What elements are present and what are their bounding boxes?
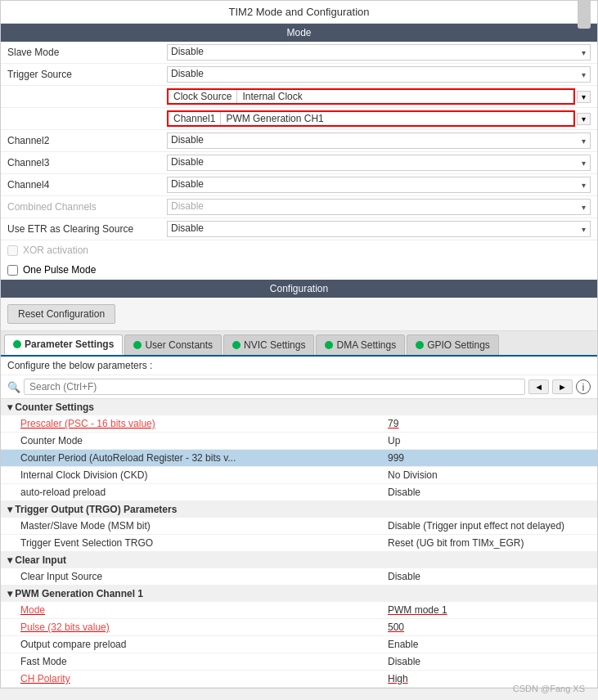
channel1-value: PWM Generation CH1 [221, 112, 573, 125]
tab-dma-settings[interactable]: DMA Settings [316, 334, 405, 355]
group-row-clear-input: ▾ Clear Input [1, 552, 597, 569]
slave-mode-select-wrap[interactable]: Disable ▾ [167, 44, 591, 61]
trigger-source-select-wrap[interactable]: Disable ▾ [167, 66, 591, 83]
param-row-pulse[interactable]: Pulse (32 bits value) 500 [1, 619, 597, 636]
group-row-trgo: ▾ Trigger Output (TRGO) Parameters [1, 501, 597, 518]
configuration-section: Reset Configuration Parameter Settings U… [1, 298, 597, 688]
param-name-prescaler: Prescaler (PSC - 16 bits value) [1, 415, 368, 433]
channel1-outlined[interactable]: Channel1 PWM Generation CH1 [167, 110, 575, 127]
expand-icon-pwm: ▾ [7, 588, 15, 599]
channel4-value[interactable]: Disable [167, 177, 591, 193]
tab-icon-parameter [13, 340, 21, 348]
param-row-clear-source[interactable]: Clear Input Source Disable [1, 568, 597, 586]
xor-checkbox[interactable] [7, 245, 18, 256]
mode-section: Slave Mode Disable ▾ Trigger Source Disa… [1, 42, 597, 280]
channel4-label: Channel4 [7, 179, 167, 191]
tab-label-parameter: Parameter Settings [25, 339, 114, 350]
tab-gpio-settings[interactable]: GPIO Settings [407, 334, 499, 355]
prev-search-button[interactable]: ◄ [528, 379, 549, 394]
param-value-fast-mode: Disable [368, 653, 597, 671]
channel1-row: Channel1 PWM Generation CH1 ▾ [1, 108, 597, 130]
tab-nvic-settings[interactable]: NVIC Settings [223, 334, 314, 355]
combined-channels-label: Combined Channels [7, 201, 167, 213]
param-row-msm[interactable]: Master/Slave Mode (MSM bit) Disable (Tri… [1, 518, 597, 535]
etr-clearing-select-wrap[interactable]: Disable ▾ [167, 221, 591, 237]
param-name-trgo-sel: Trigger Event Selection TRGO [1, 535, 368, 552]
one-pulse-checkbox[interactable] [7, 265, 18, 276]
clock-source-outlined[interactable]: Clock Source Internal Clock [167, 88, 575, 105]
channel2-label: Channel2 [7, 135, 167, 146]
param-row-ch-polarity[interactable]: CH Polarity High [1, 671, 597, 688]
param-row-counter-period[interactable]: Counter Period (AutoReload Register - 32… [1, 450, 597, 467]
param-name-counter-period: Counter Period (AutoReload Register - 32… [1, 450, 368, 467]
tab-label-nvic: NVIC Settings [244, 339, 305, 351]
channel3-label: Channel3 [7, 157, 167, 168]
xor-label: XOR activation [23, 245, 88, 256]
param-value-oc-preload: Enable [368, 636, 597, 653]
param-row-counter-mode[interactable]: Counter Mode Up [1, 433, 597, 450]
param-value-counter-period: 999 [368, 450, 597, 467]
channel1-dropdown-btn[interactable]: ▾ [577, 113, 591, 125]
window-title: TIM2 Mode and Configuration [229, 6, 370, 18]
combined-channels-value[interactable]: Disable [167, 199, 591, 215]
channel2-arrow-icon: ▾ [582, 137, 586, 146]
slave-mode-value[interactable]: Disable [167, 44, 591, 61]
param-name-oc-preload: Output compare preload [1, 636, 368, 653]
expand-icon-counter: ▾ [7, 402, 15, 413]
param-row-pwm-mode[interactable]: Mode PWM mode 1 [1, 602, 597, 619]
search-icon: 🔍 [7, 381, 20, 393]
param-name-fast-mode: Fast Mode [1, 653, 368, 671]
params-area: ▾ Counter Settings Prescaler (PSC - 16 b… [1, 399, 597, 688]
tab-icon-dma [325, 341, 333, 349]
param-value-pwm-mode: PWM mode 1 [368, 602, 597, 619]
trigger-source-value[interactable]: Disable [167, 66, 591, 83]
slave-mode-arrow-icon: ▾ [582, 48, 586, 57]
channel2-value[interactable]: Disable [167, 132, 591, 149]
param-row-trgo-sel[interactable]: Trigger Event Selection TRGO Reset (UG b… [1, 535, 597, 552]
param-name-ckd: Internal Clock Division (CKD) [1, 467, 368, 484]
param-row-autoreload[interactable]: auto-reload preload Disable [1, 484, 597, 501]
param-value-ckd: No Division [368, 467, 597, 484]
group-row-pwm-ch1: ▾ PWM Generation Channel 1 [1, 586, 597, 603]
channel4-row: Channel4 Disable ▾ [1, 174, 597, 196]
param-row-ckd[interactable]: Internal Clock Division (CKD) No Divisio… [1, 467, 597, 484]
one-pulse-label: One Pulse Mode [23, 264, 96, 276]
tab-label-user: User Constants [145, 339, 213, 351]
search-input[interactable] [24, 379, 525, 395]
param-row-oc-preload[interactable]: Output compare preload Enable [1, 636, 597, 653]
param-row-fast-mode[interactable]: Fast Mode Disable [1, 653, 597, 671]
param-name-autoreload: auto-reload preload [1, 484, 368, 501]
channel3-select-wrap[interactable]: Disable ▾ [167, 155, 591, 171]
channel3-arrow-icon: ▾ [582, 159, 586, 168]
watermark: CSDN @Fang XS [513, 684, 585, 693]
trigger-source-arrow-icon: ▾ [582, 70, 586, 79]
channel3-value[interactable]: Disable [167, 155, 591, 171]
group-label-counter: Counter Settings [15, 402, 94, 413]
next-search-button[interactable]: ► [552, 379, 573, 394]
channel3-row: Channel3 Disable ▾ [1, 152, 597, 174]
channel2-select-wrap[interactable]: Disable ▾ [167, 132, 591, 149]
tab-parameter-settings[interactable]: Parameter Settings [4, 334, 123, 355]
scrollbar-handle[interactable] [578, 0, 591, 29]
param-name-pwm-mode: Mode [1, 602, 368, 619]
etr-clearing-value[interactable]: Disable [167, 221, 591, 237]
reset-config-button[interactable]: Reset Configuration [7, 304, 115, 324]
param-value-prescaler: 79 [368, 415, 597, 433]
channel4-arrow-icon: ▾ [582, 181, 586, 190]
param-row-prescaler[interactable]: Prescaler (PSC - 16 bits value) 79 [1, 415, 597, 433]
group-label-pwm: PWM Generation Channel 1 [15, 588, 143, 599]
search-bar: 🔍 ◄ ► i [1, 375, 597, 399]
param-value-pulse: 500 [368, 619, 597, 636]
tab-user-constants[interactable]: User Constants [124, 334, 222, 355]
configure-text: Configure the below parameters : [1, 357, 597, 375]
param-value-trgo-sel: Reset (UG bit from TIMx_EGR) [368, 535, 597, 552]
expand-icon-clear: ▾ [7, 554, 15, 566]
tab-icon-user [133, 341, 142, 349]
tab-icon-nvic [232, 341, 241, 349]
clock-source-dropdown-btn[interactable]: ▾ [577, 91, 591, 103]
channel4-select-wrap[interactable]: Disable ▾ [167, 177, 591, 193]
combined-channels-select-wrap[interactable]: Disable ▾ [167, 199, 591, 215]
one-pulse-row: One Pulse Mode [1, 260, 597, 280]
param-name-msm: Master/Slave Mode (MSM bit) [1, 518, 368, 535]
etr-clearing-row: Use ETR as Clearing Source Disable ▾ [1, 218, 597, 240]
